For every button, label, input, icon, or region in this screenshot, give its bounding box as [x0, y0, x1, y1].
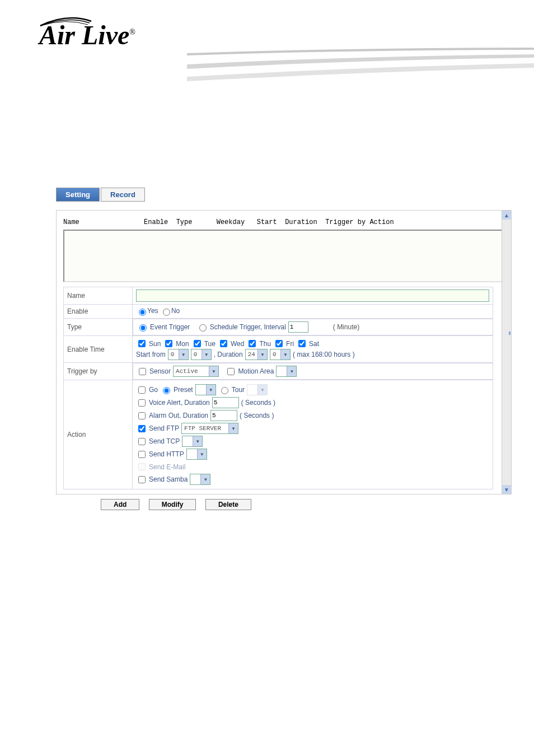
http-label: Send HTTP	[149, 450, 184, 458]
type-event-radio[interactable]	[139, 324, 147, 332]
tcp-label: Send TCP	[149, 437, 180, 445]
alarm-duration-input[interactable]	[210, 410, 237, 421]
day-tue-label: Tue	[204, 340, 216, 348]
go-check[interactable]	[138, 386, 146, 394]
max-hours-label: ( max 168:00 hours )	[293, 351, 355, 358]
header-swoosh	[187, 48, 534, 81]
label-enable: Enable	[64, 305, 133, 319]
col-name: Name	[63, 218, 79, 226]
chevron-down-icon: ▼	[200, 474, 210, 484]
start-min-select[interactable]: 0▼	[191, 349, 212, 360]
scroll-up-icon[interactable]: ▲	[502, 211, 511, 220]
day-sun-check[interactable]	[138, 340, 146, 347]
rule-list-header: Name Enable Type Weekday Start Duration …	[63, 216, 504, 228]
chevron-down-icon: ▼	[206, 385, 216, 395]
col-trigger: Trigger by	[325, 218, 366, 226]
col-duration: Duration	[285, 218, 317, 226]
chevron-down-icon: ▼	[202, 349, 211, 360]
tour-label: Tour	[232, 386, 245, 394]
day-sat-check[interactable]	[298, 340, 306, 347]
scroll-track[interactable]	[502, 220, 511, 485]
name-input[interactable]	[136, 290, 489, 302]
type-event-label: Event Trigger	[150, 323, 190, 331]
col-action: Action	[369, 218, 394, 226]
day-thu-label: Thu	[259, 340, 271, 348]
settings-panel: Name Enable Type Weekday Start Duration …	[56, 210, 512, 494]
preset-label: Preset	[174, 386, 193, 394]
logo-trademark: ®	[129, 28, 135, 36]
dur-min-select[interactable]: 0▼	[270, 349, 291, 360]
day-mon-check[interactable]	[165, 340, 172, 347]
ftp-select[interactable]: FTP SERVER▼	[181, 423, 238, 434]
voice-check[interactable]	[138, 399, 146, 407]
alarm-check[interactable]	[138, 412, 146, 419]
motion-check[interactable]	[227, 368, 235, 375]
col-start: Start	[257, 218, 277, 226]
interval-input[interactable]	[288, 321, 308, 333]
vertical-scrollbar[interactable]: ▲ ▼	[502, 211, 511, 494]
samba-label: Send Samba	[149, 475, 188, 483]
voice-seconds-label: ( Seconds )	[241, 399, 275, 407]
day-sat-label: Sat	[309, 340, 319, 348]
enable-no-label: No	[171, 307, 180, 315]
preset-radio[interactable]	[163, 387, 170, 394]
email-check	[138, 463, 146, 470]
chevron-down-icon: ▼	[257, 385, 267, 395]
logo-text: Air Live	[39, 20, 129, 50]
day-thu-check[interactable]	[249, 340, 256, 347]
rule-list[interactable]	[63, 230, 504, 282]
tab-bar: Setting Record	[56, 188, 512, 202]
chevron-down-icon: ▼	[257, 349, 267, 360]
tab-setting[interactable]: Setting	[56, 188, 100, 202]
chevron-down-icon: ▼	[228, 423, 238, 433]
col-enable: Enable	[144, 218, 168, 226]
go-label: Go	[149, 386, 158, 394]
col-type: Type	[176, 218, 193, 226]
day-wed-label: Wed	[231, 340, 244, 348]
day-fri-check[interactable]	[275, 340, 283, 347]
chevron-down-icon: ▼	[193, 436, 202, 446]
chevron-down-icon: ▼	[287, 366, 296, 376]
chevron-down-icon: ▼	[280, 349, 290, 360]
logo: Air Live®	[39, 20, 135, 50]
sensor-select[interactable]: Active▼	[173, 366, 219, 377]
delete-button[interactable]: Delete	[205, 499, 251, 510]
label-name: Name	[64, 287, 133, 305]
preset-select[interactable]: ▼	[195, 384, 216, 395]
chevron-down-icon: ▼	[209, 366, 218, 376]
voice-duration-input[interactable]	[212, 397, 239, 408]
add-button[interactable]: Add	[101, 499, 139, 510]
day-sun-label: Sun	[149, 340, 161, 348]
tcp-check[interactable]	[138, 438, 146, 445]
enable-no-radio[interactable]	[163, 309, 170, 316]
label-type: Type	[64, 319, 133, 336]
duration-label: , Duration	[214, 351, 243, 358]
tour-radio[interactable]	[221, 387, 228, 394]
dur-hour-select[interactable]: 24▼	[245, 349, 268, 360]
email-label: Send E-Mail	[149, 463, 185, 471]
tcp-select[interactable]: ▼	[182, 436, 203, 447]
http-check[interactable]	[138, 451, 146, 458]
motion-select[interactable]: ▼	[276, 366, 297, 377]
sensor-label: Sensor	[149, 367, 171, 375]
day-fri-label: Fri	[286, 340, 294, 348]
scroll-down-icon[interactable]: ▼	[502, 485, 511, 494]
type-schedule-radio[interactable]	[199, 324, 207, 332]
samba-check[interactable]	[138, 476, 146, 483]
day-tue-check[interactable]	[194, 340, 201, 347]
tab-record[interactable]: Record	[101, 188, 145, 202]
start-from-label: Start from	[136, 351, 166, 358]
scroll-mark	[509, 332, 510, 335]
tour-select: ▼	[247, 384, 268, 395]
chevron-down-icon: ▼	[197, 449, 207, 459]
enable-yes-radio[interactable]	[139, 309, 146, 316]
label-trigger-by: Trigger by	[64, 363, 133, 380]
start-hour-select[interactable]: 0▼	[168, 349, 189, 360]
sensor-check[interactable]	[139, 368, 146, 375]
chevron-down-icon: ▼	[179, 349, 188, 360]
modify-button[interactable]: Modify	[149, 499, 196, 510]
ftp-check[interactable]	[138, 425, 146, 432]
http-select[interactable]: ▼	[186, 449, 207, 460]
samba-select[interactable]: ▼	[190, 474, 210, 485]
day-wed-check[interactable]	[220, 340, 227, 347]
